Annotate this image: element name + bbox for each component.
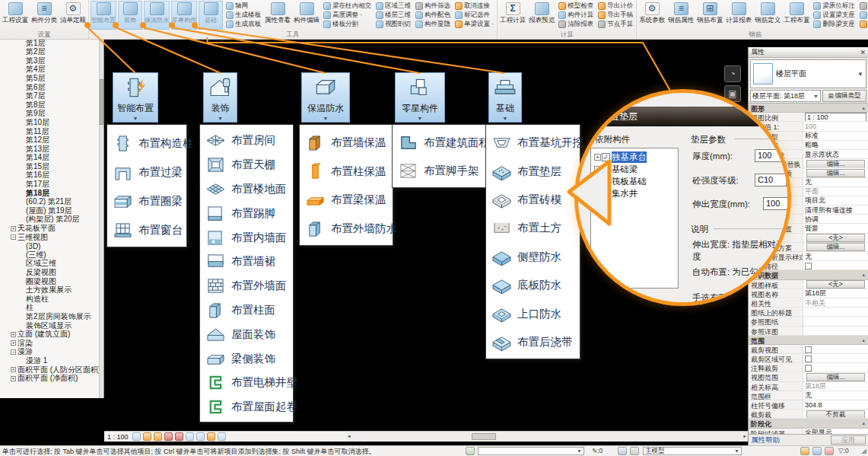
property-value[interactable]: 304.8 — [803, 400, 868, 409]
menu-item-布置墙裙[interactable]: 布置墙裙 — [200, 250, 293, 274]
dialog-tree-item-独基承台[interactable]: +✓独基承台 — [594, 151, 678, 163]
ribbon-item-节点手算[interactable]: 节点手算 — [598, 21, 633, 29]
sun-path-icon[interactable] — [143, 432, 151, 441]
tree-item-第9层[interactable]: 第9层 — [0, 110, 99, 119]
show-crop-icon[interactable] — [175, 432, 183, 441]
collapse-icon[interactable]: ▴ — [862, 419, 868, 427]
expand-icon[interactable]: + — [11, 367, 16, 372]
property-button[interactable]: <无> — [806, 280, 865, 289]
property-value[interactable] — [803, 308, 868, 316]
checkbox[interactable]: ✓ — [602, 177, 610, 186]
constraints-icon[interactable] — [218, 432, 226, 441]
menu-item-布置过梁[interactable]: 布置过梁 — [107, 158, 186, 187]
tree-item-面积平面 (人防分区面积)[interactable]: +面积平面 (人防分区面积) — [0, 365, 99, 375]
property-value[interactable]: 清理所有墙连接 — [803, 206, 868, 214]
tree-item-面积平面 (净面积)[interactable]: +面积平面 (净面积) — [0, 374, 99, 383]
ribbon-button-属性查看[interactable]: 属性查看 — [264, 1, 291, 30]
ribbon-item-高度调整 ·[interactable]: 高度调整 · — [323, 11, 371, 20]
menu-item-屋面装饰[interactable]: 屋面装饰 — [200, 322, 293, 346]
property-section-阶段化[interactable]: 阶段化▴ — [749, 419, 868, 428]
property-value[interactable]: 100 — [803, 122, 868, 130]
menu-item-布置圈梁[interactable]: 布置圈梁 — [107, 187, 186, 215]
menu-item-布置外墙防水[interactable]: 布置外墙防水 — [300, 215, 393, 244]
crop-view-icon[interactable] — [164, 432, 173, 441]
tree-item-第13层[interactable]: 第13层 — [0, 145, 99, 154]
tree-item-柱[interactable]: 柱 — [0, 304, 99, 313]
property-value[interactable]: 显示原状态 — [803, 150, 868, 158]
ribbon-item-楼层三维[interactable]: 楼层三维 — [376, 11, 411, 20]
ribbon-item-导出计价[interactable]: 导出计价 — [598, 2, 633, 11]
property-value[interactable]: 标准 — [803, 132, 868, 140]
tree-item-漫游 1[interactable]: 漫游 1 — [0, 356, 99, 365]
tree-item-第12层[interactable]: 第12层 — [0, 136, 99, 145]
press-drag-icon[interactable] — [812, 447, 822, 455]
menu-item-布置墙保温[interactable]: 布置墙保温 — [300, 129, 393, 158]
property-value[interactable]: 无 — [803, 178, 868, 187]
ribbon-item-生成楼板[interactable]: 生成楼板 — [226, 11, 261, 20]
property-button[interactable]: 编辑... — [806, 243, 865, 251]
collapse-icon[interactable]: ▴ — [862, 270, 868, 279]
ribbon-item-模型检查[interactable]: 模型检查 — [558, 2, 593, 11]
ribbon-item-视图剖切[interactable]: 视图剖切 — [376, 21, 411, 29]
ribbon-button-钢筋定义[interactable]: 钢筋定义 — [754, 1, 781, 30]
menu-item-布置砖模[interactable]: 布置砖模 — [486, 186, 580, 214]
ribbon-item-·[interactable]: · — [860, 11, 868, 20]
ribbon-item-生成底板[interactable]: 生成底板 — [226, 21, 261, 29]
edit-type-button[interactable]: ⊞ 编辑类型 — [822, 90, 866, 102]
property-value[interactable]: 无 — [803, 252, 868, 260]
menu-item-底板防水[interactable]: 底板防水 — [486, 271, 580, 299]
expand-icon[interactable]: + — [594, 166, 601, 173]
tree-item-(屋面) 第19层[interactable]: (屋面) 第19层 — [0, 206, 99, 215]
menu-item-布置基坑开挖[interactable]: 布置基坑开挖 — [486, 129, 580, 157]
property-value[interactable] — [803, 327, 868, 335]
field-input-伸出宽度(mm):[interactable]: 100 — [763, 197, 791, 210]
type-selector[interactable]: 楼层平面 ▼ — [750, 59, 866, 88]
tree-item-第6层[interactable]: 第6层 — [0, 83, 99, 92]
tree-item-第11层[interactable]: 第11层 — [0, 127, 99, 136]
ribbon-item-构件筛选[interactable]: 构件筛选 — [415, 2, 450, 11]
dialog-tree-item-基础梁[interactable]: +✓基础梁 — [594, 163, 678, 175]
tree-item-第2层[interactable]: 第2层 — [0, 47, 99, 56]
ribbon-button-钢筋布置[interactable]: ⊞钢筋布置 — [696, 1, 723, 30]
property-value[interactable]: 无 — [803, 391, 868, 400]
collapse-icon[interactable]: ▴ — [862, 336, 868, 344]
tree-item-第8层[interactable]: 第8层 — [0, 100, 99, 110]
property-button[interactable]: 编辑... — [806, 373, 865, 381]
tree-item-反梁视图[interactable]: 反梁视图 — [0, 268, 99, 277]
visual-style-icon[interactable] — [132, 432, 141, 441]
tree-item-第7层[interactable]: 第7层 — [0, 91, 99, 100]
property-value[interactable]: 平面 — [803, 187, 868, 196]
tree-item-第1层[interactable]: 第1层 — [0, 39, 99, 48]
tree-item-第5层[interactable]: 第5层 — [0, 74, 99, 83]
menu-item-布置窗台[interactable]: 布置窗台 — [107, 215, 186, 244]
ribbon-button-钢筋属性[interactable]: ≡钢筋属性 — [667, 1, 695, 30]
tree-item-第3层[interactable]: 第3层 — [0, 56, 99, 65]
tree-item-第15层[interactable]: 第15层 — [0, 162, 99, 171]
menu-item-上口防水[interactable]: 上口防水 — [486, 299, 580, 327]
scrollbar-thumb[interactable] — [472, 433, 496, 440]
property-button[interactable]: <无> — [806, 234, 865, 242]
property-value[interactable] — [803, 317, 868, 325]
menu-item-布置楼地面[interactable]: 布置楼地面 — [200, 177, 293, 202]
expand-icon[interactable]: + — [11, 376, 16, 381]
checkbox[interactable]: ✓ — [602, 165, 610, 174]
expand-icon[interactable]: + — [594, 154, 601, 161]
exclude-options-icon[interactable] — [800, 447, 809, 455]
ribbon-item-删除梁支座[interactable]: 删除梁支座 — [813, 21, 855, 29]
ribbon-button-构件编辑[interactable]: 构件编辑 — [293, 1, 320, 30]
shadows-icon[interactable] — [154, 432, 162, 441]
ribbon-button-装饰[interactable]: 装饰 — [118, 1, 142, 30]
ribbon-button-工程布置[interactable]: 工程布置 — [783, 1, 810, 30]
ribbon-item-构件配色[interactable]: 构件配色 — [415, 11, 450, 20]
workset-combo[interactable]: ▼ — [478, 447, 584, 455]
ribbon-item-构件计算[interactable]: 构件计算 — [558, 11, 593, 20]
property-button[interactable]: 不剪裁 — [806, 410, 865, 419]
tree-item-三维视图[interactable]: −三维视图 — [0, 233, 99, 242]
property-value[interactable]: 项目北 — [803, 196, 868, 205]
steering-wheel-icon[interactable]: ◔ — [724, 65, 741, 82]
ribbon-item-单梁设置 ·[interactable]: 单梁设置 · — [455, 21, 494, 29]
menu-header-基础[interactable]: 基础▼ — [488, 72, 522, 123]
expand-icon[interactable]: + — [11, 226, 16, 231]
tree-item-第18层[interactable]: 第18层 — [0, 189, 99, 198]
checkbox[interactable]: ✓ — [602, 190, 610, 198]
